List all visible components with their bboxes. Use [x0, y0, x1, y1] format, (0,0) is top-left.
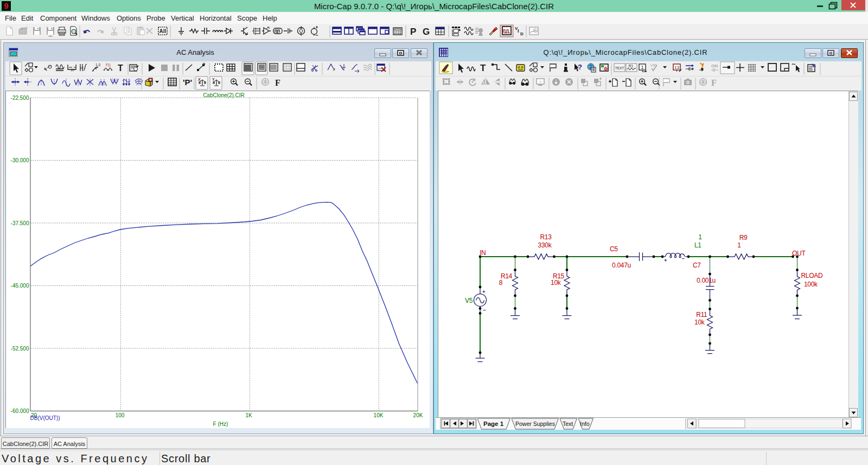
- svg-text:10k: 10k: [694, 319, 705, 326]
- svg-text:-60.000: -60.000: [11, 408, 29, 414]
- svg-text:All: All: [159, 28, 167, 34]
- svg-text:8: 8: [499, 279, 503, 286]
- svg-text:V5: V5: [465, 297, 473, 304]
- svg-text:-52.500: -52.500: [11, 346, 29, 352]
- svg-text:X: X: [198, 78, 201, 81]
- svg-text:1: 1: [641, 65, 643, 70]
- svg-text:1.0: 1.0: [95, 63, 100, 67]
- svg-text:F(): F(): [106, 63, 111, 67]
- svg-text:≡: ≡: [539, 80, 541, 84]
- svg-text:DB(V(OUT)): DB(V(OUT)): [30, 415, 60, 421]
- svg-text:Text: Text: [563, 421, 573, 427]
- svg-text:10k: 10k: [551, 279, 561, 286]
- svg-text:-45.000: -45.000: [11, 283, 29, 289]
- svg-text:OUT: OUT: [792, 250, 806, 257]
- svg-text:RLOAD: RLOAD: [801, 272, 823, 279]
- svg-text:ON: ON: [711, 63, 718, 68]
- svg-text:R1: R1: [629, 64, 634, 68]
- svg-text:F: F: [275, 78, 280, 87]
- svg-text:13: 13: [674, 65, 679, 70]
- svg-text:100k: 100k: [804, 281, 818, 288]
- svg-text:0.047u: 0.047u: [612, 262, 631, 269]
- svg-text:C5: C5: [610, 245, 618, 253]
- svg-text:10: 10: [71, 68, 74, 72]
- svg-text:1: 1: [737, 241, 741, 249]
- svg-text:I: I: [518, 28, 519, 34]
- svg-text:-22.500: -22.500: [11, 95, 29, 101]
- svg-text:+: +: [664, 257, 667, 263]
- svg-text:?: ?: [578, 63, 582, 71]
- svg-text:Y: Y: [212, 78, 215, 81]
- svg-text:C7: C7: [693, 262, 701, 269]
- svg-text:Power Supplies: Power Supplies: [515, 421, 555, 427]
- svg-text:−: −: [682, 256, 685, 262]
- svg-text:L1: L1: [694, 241, 701, 249]
- svg-text:T: T: [480, 63, 486, 73]
- svg-text:100: 100: [116, 412, 125, 418]
- svg-text:10: 10: [80, 66, 84, 69]
- svg-text:'P': 'P': [183, 78, 192, 87]
- svg-text:20K: 20K: [413, 412, 423, 418]
- svg-text:G: G: [423, 27, 430, 37]
- svg-text:CabClone(2).CIR: CabClone(2).CIR: [203, 92, 245, 98]
- svg-text:F: F: [711, 78, 717, 87]
- svg-text:+: +: [482, 289, 486, 295]
- svg-text:1K: 1K: [245, 412, 252, 418]
- svg-text:R14: R14: [501, 272, 513, 280]
- svg-text:T: T: [118, 63, 123, 73]
- svg-text:-37.500: -37.500: [11, 220, 29, 226]
- svg-text:Info: Info: [580, 421, 590, 427]
- svg-text:R9: R9: [739, 234, 748, 241]
- svg-text:1: 1: [698, 233, 702, 241]
- svg-text:330k: 330k: [538, 241, 552, 249]
- svg-text:D: D: [520, 31, 524, 36]
- svg-text:10K: 10K: [374, 412, 384, 418]
- svg-text:−: −: [483, 307, 486, 313]
- svg-text:R13: R13: [540, 233, 552, 241]
- svg-text:-30.000: -30.000: [11, 157, 29, 163]
- svg-text:R11: R11: [696, 311, 707, 319]
- svg-text:Page 1: Page 1: [483, 421, 504, 427]
- svg-text:0.001u: 0.001u: [697, 277, 716, 284]
- svg-text:TEXT: TEXT: [615, 66, 624, 70]
- svg-text:P: P: [410, 27, 416, 37]
- svg-text:F (Hz): F (Hz): [213, 421, 228, 427]
- svg-text:IN: IN: [480, 249, 486, 257]
